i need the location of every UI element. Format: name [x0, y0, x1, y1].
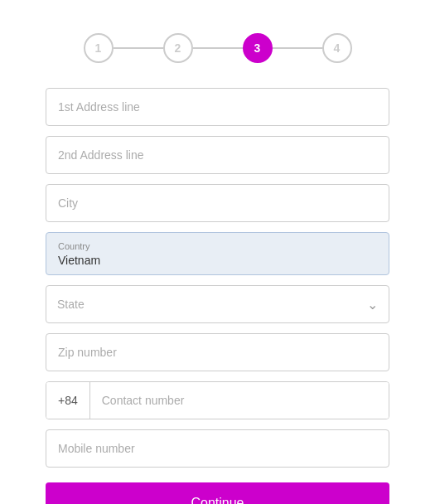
step-2[interactable]: 2: [163, 33, 193, 63]
country-label: Country: [58, 241, 377, 251]
mobile-group: [46, 429, 389, 468]
country-value: Vietnam: [58, 254, 100, 267]
phone-code: +84: [46, 382, 90, 419]
page-container: 1 2 3 4 Country Vietnam ⌄ State +84: [0, 17, 435, 504]
address1-group: [46, 88, 389, 126]
continue-button[interactable]: Continue: [46, 482, 389, 504]
state-select[interactable]: [46, 285, 389, 323]
address2-input[interactable]: [46, 136, 389, 174]
country-group: Country Vietnam: [46, 232, 389, 275]
state-group: ⌄ State: [46, 285, 389, 323]
contact-input[interactable]: [90, 382, 389, 419]
mobile-input[interactable]: [46, 429, 389, 468]
city-input[interactable]: [46, 184, 389, 222]
stepper: 1 2 3 4: [46, 33, 389, 63]
country-field[interactable]: Country Vietnam: [46, 232, 389, 275]
zip-group: [46, 333, 389, 371]
address2-group: [46, 136, 389, 174]
city-group: [46, 184, 389, 222]
contact-group: +84: [46, 381, 389, 419]
step-line-3: [273, 47, 322, 49]
phone-row: +84: [46, 381, 389, 419]
step-line-2: [193, 47, 243, 49]
step-line-1: [114, 47, 163, 49]
zip-input[interactable]: [46, 333, 389, 371]
step-4[interactable]: 4: [322, 33, 352, 63]
step-3[interactable]: 3: [243, 33, 273, 63]
address1-input[interactable]: [46, 88, 389, 126]
step-1[interactable]: 1: [84, 33, 114, 63]
